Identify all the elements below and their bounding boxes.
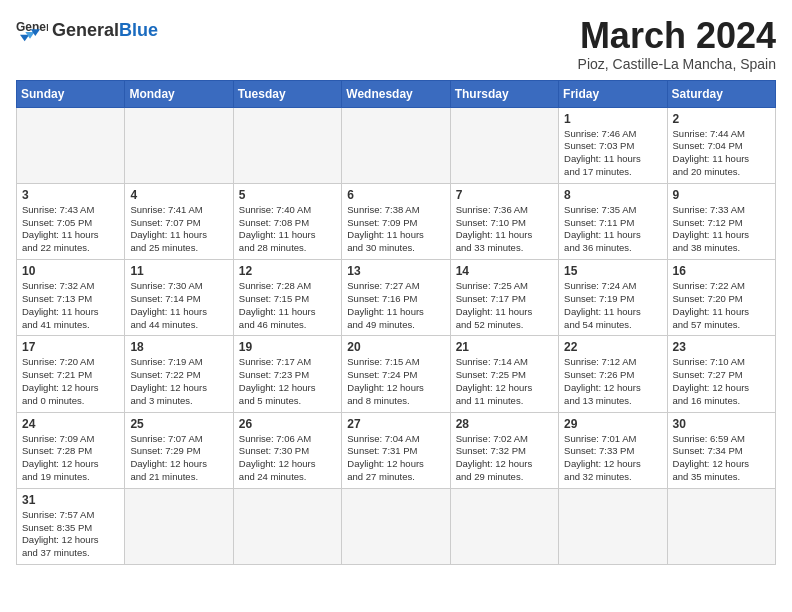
day-number: 4 [130, 188, 227, 202]
calendar-cell [125, 107, 233, 183]
calendar-cell: 6Sunrise: 7:38 AM Sunset: 7:09 PM Daylig… [342, 183, 450, 259]
calendar-cell: 15Sunrise: 7:24 AM Sunset: 7:19 PM Dayli… [559, 260, 667, 336]
day-info: Sunrise: 7:01 AM Sunset: 7:33 PM Dayligh… [564, 433, 661, 484]
day-info: Sunrise: 7:46 AM Sunset: 7:03 PM Dayligh… [564, 128, 661, 179]
day-number: 10 [22, 264, 119, 278]
calendar-cell [450, 488, 558, 564]
day-number: 27 [347, 417, 444, 431]
day-info: Sunrise: 7:38 AM Sunset: 7:09 PM Dayligh… [347, 204, 444, 255]
calendar-cell [559, 488, 667, 564]
calendar-cell: 8Sunrise: 7:35 AM Sunset: 7:11 PM Daylig… [559, 183, 667, 259]
calendar-cell: 11Sunrise: 7:30 AM Sunset: 7:14 PM Dayli… [125, 260, 233, 336]
calendar-week-row: 31Sunrise: 7:57 AM Sunset: 8:35 PM Dayli… [17, 488, 776, 564]
header: General GeneralBlue March 2024 Pioz, Cas… [16, 16, 776, 72]
day-number: 23 [673, 340, 770, 354]
day-number: 16 [673, 264, 770, 278]
weekday-header-monday: Monday [125, 80, 233, 107]
calendar-table: SundayMondayTuesdayWednesdayThursdayFrid… [16, 80, 776, 566]
day-number: 24 [22, 417, 119, 431]
day-info: Sunrise: 7:43 AM Sunset: 7:05 PM Dayligh… [22, 204, 119, 255]
calendar-cell: 3Sunrise: 7:43 AM Sunset: 7:05 PM Daylig… [17, 183, 125, 259]
logo-text: GeneralBlue [52, 21, 158, 39]
calendar-cell: 14Sunrise: 7:25 AM Sunset: 7:17 PM Dayli… [450, 260, 558, 336]
day-info: Sunrise: 7:22 AM Sunset: 7:20 PM Dayligh… [673, 280, 770, 331]
calendar-cell: 9Sunrise: 7:33 AM Sunset: 7:12 PM Daylig… [667, 183, 775, 259]
calendar-cell [342, 107, 450, 183]
weekday-header-row: SundayMondayTuesdayWednesdayThursdayFrid… [17, 80, 776, 107]
day-number: 20 [347, 340, 444, 354]
calendar-cell: 21Sunrise: 7:14 AM Sunset: 7:25 PM Dayli… [450, 336, 558, 412]
day-number: 28 [456, 417, 553, 431]
calendar-cell [233, 107, 341, 183]
day-number: 7 [456, 188, 553, 202]
day-info: Sunrise: 7:44 AM Sunset: 7:04 PM Dayligh… [673, 128, 770, 179]
calendar-cell: 2Sunrise: 7:44 AM Sunset: 7:04 PM Daylig… [667, 107, 775, 183]
day-number: 3 [22, 188, 119, 202]
weekday-header-thursday: Thursday [450, 80, 558, 107]
day-number: 17 [22, 340, 119, 354]
day-info: Sunrise: 7:12 AM Sunset: 7:26 PM Dayligh… [564, 356, 661, 407]
day-number: 22 [564, 340, 661, 354]
month-title: March 2024 [578, 16, 776, 56]
day-info: Sunrise: 7:20 AM Sunset: 7:21 PM Dayligh… [22, 356, 119, 407]
day-number: 30 [673, 417, 770, 431]
calendar-cell: 30Sunrise: 6:59 AM Sunset: 7:34 PM Dayli… [667, 412, 775, 488]
logo: General GeneralBlue [16, 16, 158, 44]
calendar-cell: 23Sunrise: 7:10 AM Sunset: 7:27 PM Dayli… [667, 336, 775, 412]
calendar-cell: 25Sunrise: 7:07 AM Sunset: 7:29 PM Dayli… [125, 412, 233, 488]
calendar-cell: 20Sunrise: 7:15 AM Sunset: 7:24 PM Dayli… [342, 336, 450, 412]
calendar-cell: 28Sunrise: 7:02 AM Sunset: 7:32 PM Dayli… [450, 412, 558, 488]
calendar-cell: 13Sunrise: 7:27 AM Sunset: 7:16 PM Dayli… [342, 260, 450, 336]
weekday-header-tuesday: Tuesday [233, 80, 341, 107]
day-number: 9 [673, 188, 770, 202]
day-number: 15 [564, 264, 661, 278]
calendar-cell: 10Sunrise: 7:32 AM Sunset: 7:13 PM Dayli… [17, 260, 125, 336]
calendar-cell [342, 488, 450, 564]
weekday-header-friday: Friday [559, 80, 667, 107]
day-info: Sunrise: 7:32 AM Sunset: 7:13 PM Dayligh… [22, 280, 119, 331]
day-number: 8 [564, 188, 661, 202]
day-number: 19 [239, 340, 336, 354]
calendar-week-row: 1Sunrise: 7:46 AM Sunset: 7:03 PM Daylig… [17, 107, 776, 183]
day-number: 18 [130, 340, 227, 354]
day-number: 26 [239, 417, 336, 431]
calendar-cell: 17Sunrise: 7:20 AM Sunset: 7:21 PM Dayli… [17, 336, 125, 412]
day-info: Sunrise: 7:24 AM Sunset: 7:19 PM Dayligh… [564, 280, 661, 331]
location-subtitle: Pioz, Castille-La Mancha, Spain [578, 56, 776, 72]
day-info: Sunrise: 7:14 AM Sunset: 7:25 PM Dayligh… [456, 356, 553, 407]
title-section: March 2024 Pioz, Castille-La Mancha, Spa… [578, 16, 776, 72]
weekday-header-wednesday: Wednesday [342, 80, 450, 107]
day-info: Sunrise: 7:06 AM Sunset: 7:30 PM Dayligh… [239, 433, 336, 484]
generalblue-logo-icon: General [16, 16, 48, 44]
calendar-cell: 12Sunrise: 7:28 AM Sunset: 7:15 PM Dayli… [233, 260, 341, 336]
day-info: Sunrise: 7:28 AM Sunset: 7:15 PM Dayligh… [239, 280, 336, 331]
day-number: 1 [564, 112, 661, 126]
calendar-cell: 26Sunrise: 7:06 AM Sunset: 7:30 PM Dayli… [233, 412, 341, 488]
day-number: 2 [673, 112, 770, 126]
day-number: 21 [456, 340, 553, 354]
calendar-cell: 19Sunrise: 7:17 AM Sunset: 7:23 PM Dayli… [233, 336, 341, 412]
day-number: 13 [347, 264, 444, 278]
calendar-cell: 5Sunrise: 7:40 AM Sunset: 7:08 PM Daylig… [233, 183, 341, 259]
day-number: 11 [130, 264, 227, 278]
day-info: Sunrise: 7:17 AM Sunset: 7:23 PM Dayligh… [239, 356, 336, 407]
day-info: Sunrise: 7:36 AM Sunset: 7:10 PM Dayligh… [456, 204, 553, 255]
day-info: Sunrise: 7:02 AM Sunset: 7:32 PM Dayligh… [456, 433, 553, 484]
day-info: Sunrise: 7:40 AM Sunset: 7:08 PM Dayligh… [239, 204, 336, 255]
day-info: Sunrise: 7:41 AM Sunset: 7:07 PM Dayligh… [130, 204, 227, 255]
day-info: Sunrise: 6:59 AM Sunset: 7:34 PM Dayligh… [673, 433, 770, 484]
calendar-cell: 18Sunrise: 7:19 AM Sunset: 7:22 PM Dayli… [125, 336, 233, 412]
calendar-cell: 7Sunrise: 7:36 AM Sunset: 7:10 PM Daylig… [450, 183, 558, 259]
calendar-cell: 22Sunrise: 7:12 AM Sunset: 7:26 PM Dayli… [559, 336, 667, 412]
calendar-cell [17, 107, 125, 183]
calendar-cell: 16Sunrise: 7:22 AM Sunset: 7:20 PM Dayli… [667, 260, 775, 336]
calendar-cell [450, 107, 558, 183]
calendar-week-row: 17Sunrise: 7:20 AM Sunset: 7:21 PM Dayli… [17, 336, 776, 412]
calendar-cell: 27Sunrise: 7:04 AM Sunset: 7:31 PM Dayli… [342, 412, 450, 488]
day-number: 12 [239, 264, 336, 278]
day-number: 29 [564, 417, 661, 431]
calendar-cell [125, 488, 233, 564]
day-info: Sunrise: 7:15 AM Sunset: 7:24 PM Dayligh… [347, 356, 444, 407]
day-number: 25 [130, 417, 227, 431]
day-info: Sunrise: 7:33 AM Sunset: 7:12 PM Dayligh… [673, 204, 770, 255]
